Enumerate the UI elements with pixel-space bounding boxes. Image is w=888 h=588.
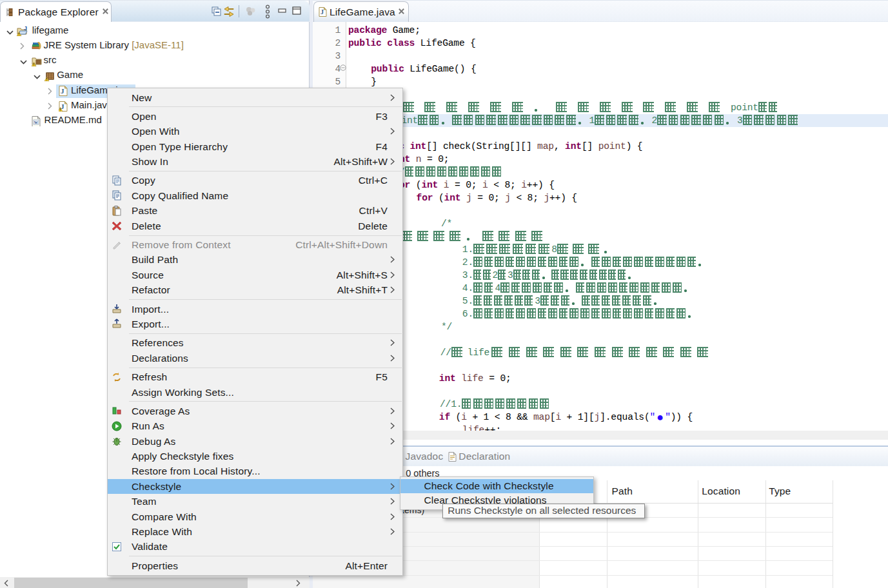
svg-text:J: J: [321, 8, 324, 15]
svg-text:w: w: [34, 119, 38, 125]
svg-text:J: J: [24, 26, 27, 32]
svg-text:J: J: [61, 87, 64, 95]
